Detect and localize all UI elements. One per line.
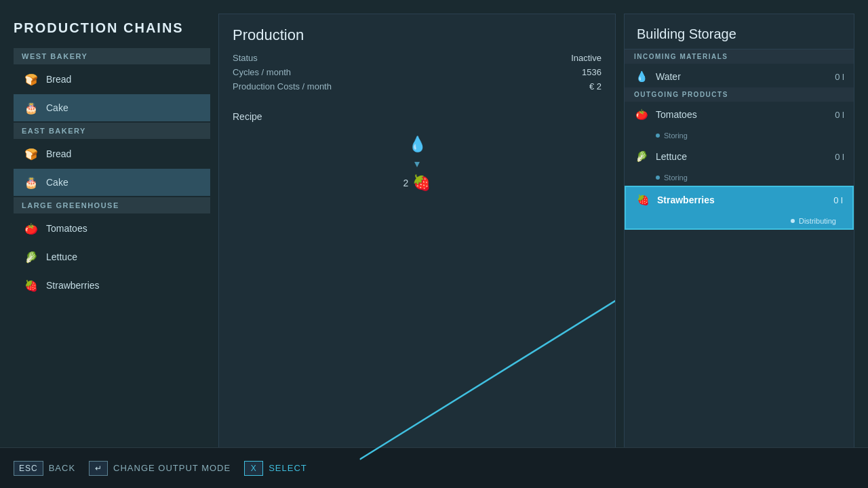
tomato-storage-icon: 🍅 [634,107,649,122]
cake-icon: 🎂 [23,100,39,116]
select-button[interactable]: X SELECT [244,461,307,476]
strawberries-name: Strawberries [657,195,827,205]
stat-status: Status Inactive [233,51,601,65]
tomatoes-status-dot [656,134,660,138]
stat-status-value: Inactive [571,53,601,63]
lettuce-icon: 🥬 [23,249,39,265]
storage-item-water[interactable]: 💧 Water 0 l [625,64,854,87]
stat-costs-label: Production Costs / month [233,81,332,92]
sidebar-item-eb-cake[interactable]: 🎂 Cake [14,169,210,196]
strawberry-storage-icon: 🍓 [635,192,650,207]
recipe-visual: 💧 ▾ 2 🍓 [233,136,601,192]
x-key: X [244,461,263,476]
back-label: BACK [49,463,75,473]
water-name: Water [656,71,828,82]
lettuce-storage-icon: 🥬 [634,149,649,164]
lettuce-status-dot [656,176,660,180]
cake-icon-2: 🎂 [23,174,39,190]
stat-cycles-label: Cycles / month [233,67,291,77]
middle-panel: Production Status Inactive Cycles / mont… [218,14,616,474]
outgoing-products-header: OUTGOING PRODUCTS [625,87,854,102]
production-title: Production [219,14,615,51]
strawberries-amount: 0 l [833,195,843,205]
sidebar-item-wb-cake[interactable]: 🎂 Cake [14,94,210,121]
stat-costs: Production Costs / month € 2 [233,79,601,94]
recipe-output: 2 🍓 [403,174,431,192]
strawberries-status: Distributing [799,217,836,225]
water-drop-icon: 💧 [408,136,427,153]
bread-icon: 🍞 [23,71,39,87]
main-container: PRODUCTION CHAINS WEST BAKERY 🍞 Bread 🎂 … [0,0,868,488]
incoming-materials-header: INCOMING MATERIALS [625,49,854,64]
stat-costs-value: € 2 [589,81,601,92]
lettuce-status: Storing [664,174,688,182]
sidebar-item-wb-bread[interactable]: 🍞 Bread [14,66,210,93]
strawberry-icon: 🍓 [23,277,39,293]
sidebar-item-tomatoes[interactable]: 🍅 Tomatoes [14,215,210,242]
stat-status-label: Status [233,53,258,63]
sidebar-item-eb-bread[interactable]: 🍞 Bread [14,140,210,167]
water-amount: 0 l [835,72,844,82]
bottom-bar: ESC BACK ↵ CHANGE OUTPUT MODE X SELECT [0,447,868,488]
strawberries-status-dot [791,219,795,223]
section-header-east-bakery: EAST BAKERY [14,123,210,139]
stat-cycles: Cycles / month 1536 [233,65,601,79]
right-panel: Building Storage INCOMING MATERIALS 💧 Wa… [624,14,854,474]
stat-cycles-value: 1536 [582,67,601,77]
esc-key: ESC [14,461,43,476]
sidebar-item-strawberries[interactable]: 🍓 Strawberries [14,272,210,299]
back-button[interactable]: ESC BACK [14,461,75,476]
sidebar-item-lettuce[interactable]: 🥬 Lettuce [14,243,210,270]
tomatoes-status: Storing [664,131,688,140]
lettuce-amount: 0 l [835,152,844,162]
page-title: PRODUCTION CHAINS [14,20,210,36]
storage-item-tomatoes[interactable]: 🍅 Tomatoes 0 l Storing [625,102,854,144]
section-header-west-bakery: WEST BAKERY [14,48,210,64]
storage-item-lettuce[interactable]: 🥬 Lettuce 0 l Storing [625,144,854,186]
recipe-title: Recipe [233,111,601,122]
water-icon: 💧 [634,69,649,84]
recipe-count-label: 2 [403,178,409,188]
lettuce-name: Lettuce [656,151,828,162]
storage-item-strawberries[interactable]: 🍓 Strawberries 0 l Distributing [625,186,854,230]
recipe-arrow-icon: ▾ [414,157,420,170]
change-output-mode-label: CHANGE OUTPUT MODE [113,463,231,473]
strawberry-output-icon: 🍓 [412,174,431,192]
tomatoes-name: Tomatoes [656,109,828,120]
tomatoes-amount: 0 l [835,110,844,120]
building-storage-title: Building Storage [625,14,854,49]
production-stats: Status Inactive Cycles / month 1536 Prod… [219,51,615,94]
enter-key: ↵ [89,461,108,476]
change-output-mode-button[interactable]: ↵ CHANGE OUTPUT MODE [89,461,231,476]
left-panel: PRODUCTION CHAINS WEST BAKERY 🍞 Bread 🎂 … [14,14,210,474]
bread-icon-2: 🍞 [23,146,39,162]
recipe-section: Recipe 💧 ▾ 2 🍓 [219,104,615,199]
select-label: SELECT [269,463,307,473]
tomato-icon: 🍅 [23,220,39,237]
section-header-large-greenhouse: LARGE GREENHOUSE [14,197,210,214]
